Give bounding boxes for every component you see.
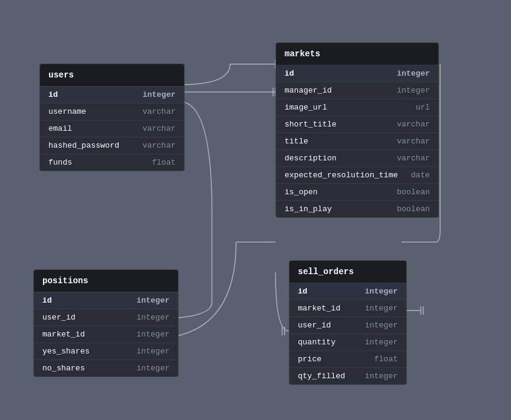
table-markets[interactable]: markets id integer manager_id integer im… [275, 42, 439, 218]
table-row: no_shares integer [34, 359, 178, 376]
table-row: yes_shares integer [34, 343, 178, 359]
table-row: id integer [40, 86, 184, 103]
table-row: email varchar [40, 120, 184, 137]
table-row: description varchar [276, 149, 438, 166]
table-row: qty_filled integer [289, 367, 406, 384]
table-row: market_id integer [34, 326, 178, 343]
table-row: manager_id integer [276, 82, 438, 99]
table-positions-header: positions [34, 270, 178, 292]
table-row: is_open boolean [276, 183, 438, 200]
table-row: is_in_play boolean [276, 200, 438, 217]
table-positions[interactable]: positions id integer user_id integer mar… [33, 269, 179, 377]
table-row: image_url url [276, 99, 438, 116]
table-row: username varchar [40, 103, 184, 120]
table-users[interactable]: users id integer username varchar email … [39, 64, 185, 171]
table-row: id integer [34, 292, 178, 309]
table-row: title varchar [276, 133, 438, 149]
table-sell-orders-header: sell_orders [289, 261, 406, 283]
table-row: id integer [276, 65, 438, 82]
table-row: expected_resolution_time date [276, 166, 438, 183]
table-row: short_title varchar [276, 116, 438, 133]
diagram-canvas: users id integer username varchar email … [0, 0, 511, 420]
table-users-header: users [40, 64, 184, 86]
table-row: quantity integer [289, 333, 406, 350]
table-row: price float [289, 350, 406, 367]
table-sell-orders[interactable]: sell_orders id integer market_id integer… [289, 260, 407, 385]
table-row: user_id integer [289, 317, 406, 333]
table-row: user_id integer [34, 309, 178, 326]
table-row: funds float [40, 154, 184, 171]
table-row: market_id integer [289, 300, 406, 317]
table-markets-header: markets [276, 43, 438, 65]
table-row: hashed_password varchar [40, 137, 184, 154]
table-row: id integer [289, 283, 406, 300]
